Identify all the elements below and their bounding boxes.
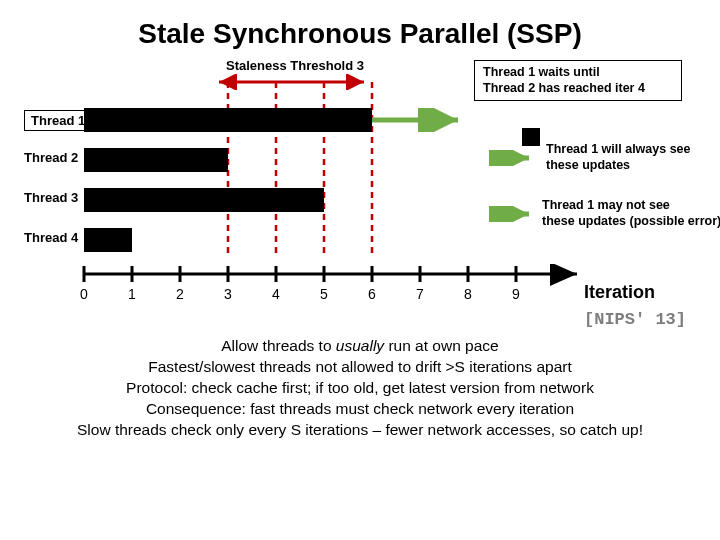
iteration-label: Iteration [584, 282, 655, 303]
thread-4-bar [84, 228, 132, 252]
tick-9: 9 [512, 286, 520, 302]
body-l5: Slow threads check only every S iteratio… [77, 421, 643, 438]
legend-arrow-1 [489, 150, 537, 166]
thread-1-bar [84, 108, 372, 132]
page-title: Stale Synchronous Parallel (SSP) [24, 18, 696, 50]
body-l3: Protocol: check cache first; if too old,… [126, 379, 594, 396]
thread-1-label: Thread 1 [24, 110, 92, 131]
ssp-diagram: Staleness Threshold 3 Thread 1 waits unt… [24, 58, 696, 338]
tick-7: 7 [416, 286, 424, 302]
staleness-label: Staleness Threshold 3 [226, 58, 364, 73]
tick-5: 5 [320, 286, 328, 302]
wait-note: Thread 1 waits until Thread 2 has reache… [474, 60, 682, 101]
thread-2-label: Thread 2 [24, 150, 78, 165]
description-text: Allow threads to usually run at own pace… [24, 336, 696, 441]
thread-3-label: Thread 3 [24, 190, 78, 205]
legend-2-text: Thread 1 may not see these updates (poss… [542, 198, 720, 229]
tick-3: 3 [224, 286, 232, 302]
tick-8: 8 [464, 286, 472, 302]
tick-0: 0 [80, 286, 88, 302]
body-l1a: Allow threads to [221, 337, 336, 354]
body-l1c: run at own pace [384, 337, 499, 354]
body-l2: Fastest/slowest threads not allowed to d… [148, 358, 571, 375]
legend-arrow-2 [489, 206, 537, 222]
thread1-green-arrow [372, 108, 472, 132]
citation: [NIPS' 13] [584, 310, 686, 329]
body-l1b: usually [336, 337, 384, 354]
thread-3-bar [84, 188, 324, 212]
thread-2-bar [84, 148, 228, 172]
tick-6: 6 [368, 286, 376, 302]
legend-1-text: Thread 1 will always see these updates [546, 142, 691, 173]
thread-4-label: Thread 4 [24, 230, 78, 245]
body-l4: Consequence: fast threads must check net… [146, 400, 574, 417]
tick-1: 1 [128, 286, 136, 302]
legend-black-square [522, 128, 540, 146]
tick-4: 4 [272, 286, 280, 302]
tick-2: 2 [176, 286, 184, 302]
